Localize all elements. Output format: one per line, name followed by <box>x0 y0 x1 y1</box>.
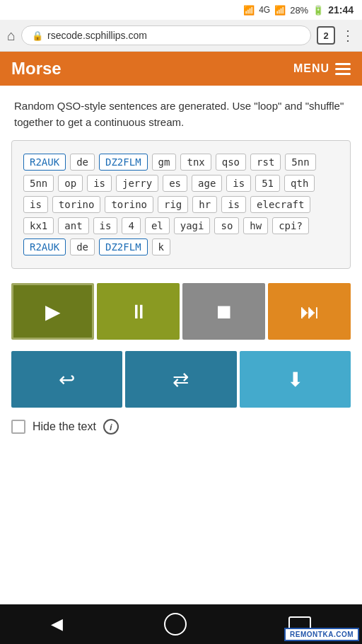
morse-word: 4 <box>122 217 140 234</box>
menu-label: MENU <box>293 62 329 75</box>
morse-word: is <box>23 196 48 213</box>
morse-word: rst <box>250 154 281 171</box>
morse-word: k <box>152 238 170 255</box>
network-type: 4G <box>259 5 270 15</box>
pause-button[interactable]: ⏸ <box>97 283 180 340</box>
hide-text-checkbox[interactable] <box>11 420 25 434</box>
morse-display: R2AUKdeDZ2FLMgmtnxqsorst5nn5nnopisjerrye… <box>11 140 351 269</box>
morse-word: qso <box>216 154 246 171</box>
download-button[interactable]: ⬇ <box>240 351 351 408</box>
morse-word: de <box>70 238 95 255</box>
morse-word: DZ2FLM <box>99 154 148 171</box>
skip-button[interactable]: ⏭ <box>268 283 351 340</box>
morse-word: hw <box>243 217 268 234</box>
signal-icon-2: 📶 <box>274 5 286 16</box>
url-bar[interactable]: 🔒 rsecode.scphillips.com <box>21 25 311 45</box>
morse-word: elecraft <box>250 196 310 213</box>
home-icon[interactable]: ⌂ <box>7 28 16 44</box>
lock-icon: 🔒 <box>32 30 43 41</box>
battery-percent: 28% <box>290 5 308 16</box>
morse-word: gm <box>152 154 177 171</box>
morse-word: el <box>145 217 170 234</box>
morse-word: R2AUK <box>23 238 66 255</box>
url-text: rsecode.scphillips.com <box>47 30 147 41</box>
morse-word: is <box>226 175 251 192</box>
morse-word: jerry <box>116 175 158 192</box>
controls-row2: ↩ ⇄ ⬇ <box>11 351 351 408</box>
back-button[interactable]: ◀ <box>51 615 63 633</box>
clock: 21:44 <box>328 4 354 16</box>
morse-word: kx1 <box>23 217 54 234</box>
morse-word: DZ2FLM <box>99 238 148 255</box>
morse-word: de <box>70 154 95 171</box>
home-button[interactable] <box>164 613 187 636</box>
morse-word: is <box>221 196 246 213</box>
info-icon[interactable]: i <box>103 419 119 435</box>
more-icon[interactable]: ⋮ <box>341 27 355 44</box>
morse-word: so <box>214 217 239 234</box>
morse-word: torino <box>105 196 153 213</box>
controls-row1: ▶ ⏸ ⏹ ⏭ <box>11 283 351 340</box>
morse-word: age <box>192 175 222 192</box>
menu-button[interactable]: MENU <box>293 62 351 75</box>
battery-icon: 🔋 <box>313 5 324 16</box>
morse-word: hr <box>192 196 217 213</box>
morse-word: is <box>87 175 112 192</box>
morse-word: 5nn <box>23 175 54 192</box>
morse-word: ant <box>58 217 88 234</box>
morse-word: 5nn <box>285 154 315 171</box>
watermark: REMONTKA.COM <box>284 628 359 641</box>
loop-button[interactable]: ↩ <box>11 351 122 408</box>
morse-word: cpi? <box>272 217 309 234</box>
shuffle-button[interactable]: ⇄ <box>125 351 236 408</box>
morse-word: rig <box>158 196 188 213</box>
morse-words: R2AUKdeDZ2FLMgmtnxqsorst5nn5nnopisjerrye… <box>23 154 339 255</box>
morse-word: qth <box>284 175 315 192</box>
play-button[interactable]: ▶ <box>11 283 94 340</box>
morse-word: 51 <box>255 175 280 192</box>
morse-word: torino <box>52 196 101 213</box>
tab-count[interactable]: 2 <box>317 26 335 45</box>
browser-bar: ⌂ 🔒 rsecode.scphillips.com 2 ⋮ <box>0 20 362 52</box>
morse-word: yagi <box>174 217 211 234</box>
morse-word: op <box>58 175 83 192</box>
stop-button[interactable]: ⏹ <box>182 283 265 340</box>
morse-word: is <box>93 217 118 234</box>
morse-word: tnx <box>180 154 211 171</box>
signal-icon: 📶 <box>243 5 255 16</box>
status-bar: 📶 4G 📶 28% 🔋 21:44 <box>0 0 362 20</box>
description-text: Random QSO-style sentences are generated… <box>0 86 362 140</box>
app-title: Morse <box>11 59 62 79</box>
menu-lines-icon <box>335 63 351 75</box>
morse-word: es <box>163 175 187 192</box>
hide-text-label: Hide the text <box>33 420 96 433</box>
morse-word: R2AUK <box>23 154 66 171</box>
app-header: Morse MENU <box>0 52 362 86</box>
hide-text-row: Hide the text i <box>11 419 351 435</box>
